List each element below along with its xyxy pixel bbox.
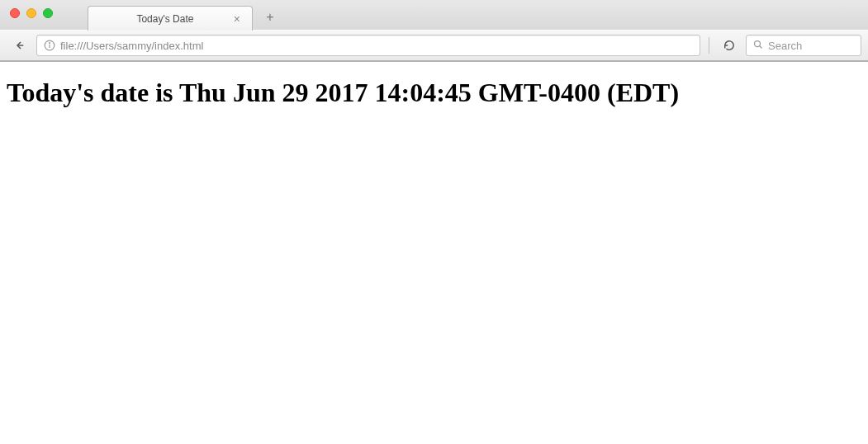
search-input[interactable]	[768, 40, 868, 52]
site-info-icon[interactable]	[42, 38, 57, 53]
window-close-button[interactable]	[10, 8, 20, 18]
svg-point-3	[50, 43, 50, 44]
back-button[interactable]	[7, 35, 31, 56]
window-minimize-button[interactable]	[26, 8, 36, 18]
window-chrome: Today's Date × + file:///Users/sa	[0, 0, 868, 62]
address-bar[interactable]: file:///Users/sammy/index.html	[36, 35, 700, 56]
window-maximize-button[interactable]	[43, 8, 53, 18]
page-heading: Today's date is Thu Jun 29 2017 14:04:45…	[7, 77, 861, 108]
new-tab-button[interactable]: +	[259, 8, 281, 26]
reload-button[interactable]	[718, 35, 741, 55]
info-icon	[44, 40, 55, 51]
search-icon	[753, 38, 763, 53]
toolbar-divider	[709, 37, 709, 54]
traffic-lights	[0, 0, 63, 18]
plus-icon: +	[266, 10, 273, 25]
svg-line-5	[760, 46, 762, 49]
toolbar: file:///Users/sammy/index.html	[0, 30, 868, 61]
browser-tab[interactable]: Today's Date ×	[88, 6, 253, 31]
arrow-left-icon	[12, 39, 26, 52]
search-bar[interactable]	[746, 35, 861, 56]
tab-title: Today's Date	[100, 13, 230, 25]
url-text: file:///Users/sammy/index.html	[60, 40, 695, 52]
page-content: Today's date is Thu Jun 29 2017 14:04:45…	[0, 62, 868, 123]
svg-point-4	[755, 41, 761, 47]
title-bar: Today's Date × +	[0, 0, 868, 30]
reload-icon	[723, 40, 735, 51]
tab-close-button[interactable]: ×	[230, 13, 244, 25]
tab-strip: Today's Date × +	[88, 0, 281, 30]
